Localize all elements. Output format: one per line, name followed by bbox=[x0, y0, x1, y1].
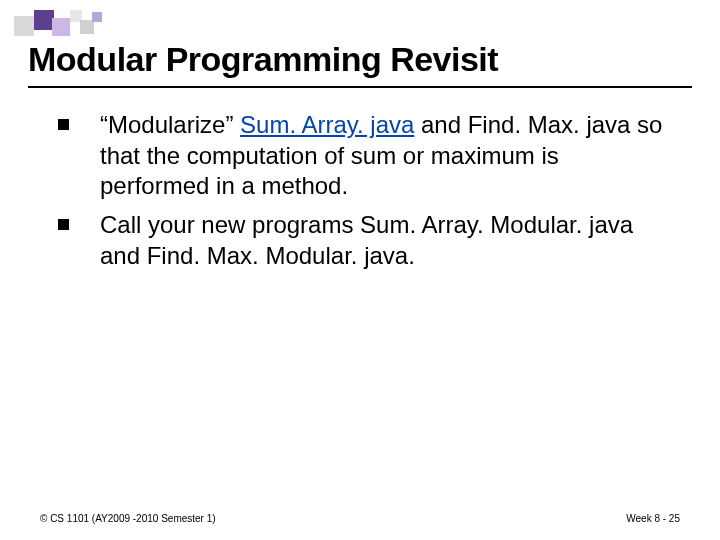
slide-body: “Modularize” Sum. Array. java and Find. … bbox=[58, 110, 670, 280]
square-icon bbox=[34, 10, 54, 30]
square-icon bbox=[92, 12, 102, 22]
link-sumarray[interactable]: Sum. Array. java bbox=[240, 111, 414, 138]
bullet-icon bbox=[58, 119, 69, 130]
slide: Modular Programming Revisit “Modularize”… bbox=[0, 0, 720, 540]
bullet-text-prefix: Call your new programs Sum. Array. Modul… bbox=[100, 211, 633, 269]
slide-title: Modular Programming Revisit bbox=[28, 40, 498, 79]
footer-copyright: © CS 1101 (AY2009 -2010 Semester 1) bbox=[40, 513, 216, 524]
square-icon bbox=[80, 20, 94, 34]
bullet-icon bbox=[58, 219, 69, 230]
bullet-text-prefix: “Modularize” bbox=[100, 111, 240, 138]
footer-page-number: Week 8 - 25 bbox=[626, 513, 680, 524]
title-underline bbox=[28, 86, 692, 88]
square-icon bbox=[52, 18, 70, 36]
square-icon bbox=[14, 16, 34, 36]
list-item: Call your new programs Sum. Array. Modul… bbox=[58, 210, 670, 271]
list-item: “Modularize” Sum. Array. java and Find. … bbox=[58, 110, 670, 202]
decorative-squares bbox=[14, 10, 134, 38]
